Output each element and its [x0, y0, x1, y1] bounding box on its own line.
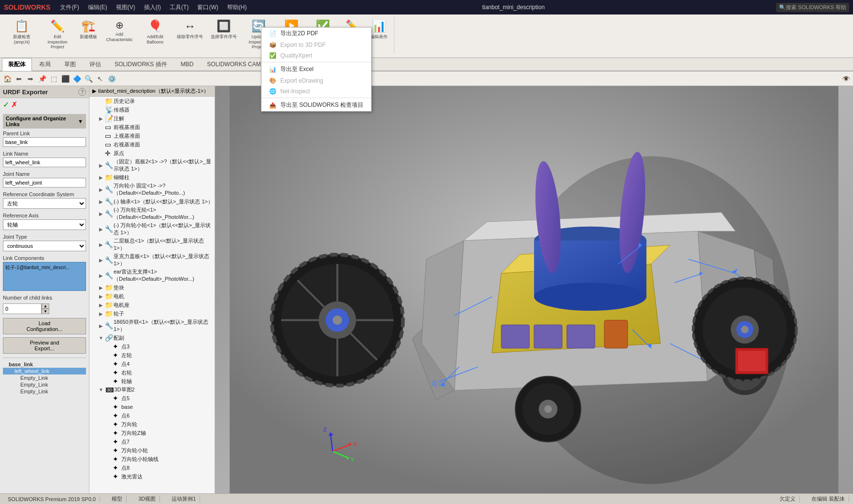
export-drawing-item[interactable]: 🎨 Export eDrawing	[261, 75, 371, 86]
quality-xpert-item[interactable]: ✅ QualityXpert	[261, 50, 371, 61]
menu-bar[interactable]: 文件(F) 编辑(E) 视图(V) 插入(I) 工具(T) 窗口(W) 帮助(H…	[56, 1, 250, 14]
net-inspect-item[interactable]: 🌐 Net-Inspect	[261, 86, 371, 97]
view1-icon-btn[interactable]: ⬚	[48, 73, 59, 84]
load-configuration-button[interactable]: LoadConfiguration...	[3, 318, 86, 334]
new-inspection-button[interactable]: 📋 新建检查(amp;N)	[5, 17, 39, 46]
pin-icon-btn[interactable]: 📌	[37, 73, 47, 84]
tree-left-wheel-link[interactable]: left_wheel_link	[3, 368, 86, 374]
tree-node-small-wheel[interactable]: ✦ 万向轮小轮	[89, 446, 215, 455]
tree-node-omni-wheelless[interactable]: ▶ 🔧 (-) 万向轮无轮<1>（Default<<Default>_Photo…	[89, 206, 215, 221]
ref-coord-select[interactable]: 左轮	[3, 198, 86, 209]
select-part-num-button[interactable]: 🔲 选择零件序号	[208, 17, 240, 42]
tree-node-right-wheel[interactable]: ✦ 右轮	[89, 368, 215, 377]
move-part-num-button[interactable]: ↔️ 移除零件序号	[174, 17, 206, 42]
tab-solidworks-plugin[interactable]: SOLIDWORKS 插件	[108, 58, 173, 71]
nav2-icon-btn[interactable]: ➡	[25, 73, 36, 84]
tree-node-lidar[interactable]: ✦ 激光雷达	[89, 472, 215, 481]
tab-sketch[interactable]: 草图	[58, 58, 82, 71]
tree-node-point8[interactable]: ✦ 点8	[89, 463, 215, 472]
search-box[interactable]: 🔍 搜索 SOLIDWORKS 帮助	[776, 3, 849, 12]
menu-view[interactable]: 视图(V)	[112, 1, 139, 14]
tree-node-annotations[interactable]: ▶ 📝 注解	[89, 114, 215, 123]
tree-node-base[interactable]: ✦ base	[89, 403, 215, 411]
nav1-icon-btn[interactable]: ⬅	[14, 73, 24, 84]
tree-node-sensors[interactable]: 📡 传感器	[89, 105, 215, 114]
configure-links-section[interactable]: Configure and Organize Links ▼	[3, 114, 86, 129]
status-tab-model[interactable]: 模型	[108, 495, 127, 503]
tree-node-radar[interactable]: ▶ 🔧 ear雷达无支撑<1>（Default<<Default>_PhotoW…	[89, 268, 215, 283]
tree-node-front-plane[interactable]: ▭ 前视基准面	[89, 123, 215, 131]
view-icons-btn[interactable]: 👁️	[840, 73, 851, 84]
link-name-input[interactable]	[3, 158, 86, 167]
tab-solidworks-cam[interactable]: SOLIDWORKS CAM	[201, 58, 267, 70]
tab-evaluate[interactable]: 评估	[83, 58, 107, 71]
tree-empty-link-2[interactable]: Empty_Link	[3, 381, 86, 388]
tree-node-wheel[interactable]: ▶ 📁 轮子	[89, 309, 215, 318]
child-links-spinner[interactable]: ▲ ▼	[42, 303, 49, 314]
tree-node-right-plane[interactable]: ▭ 右视基准面	[89, 140, 215, 149]
tree-node-omni-wheel[interactable]: ✦ 万向轮	[89, 420, 215, 429]
tree-empty-link-1[interactable]: Empty_Link	[3, 374, 86, 381]
new-plate-button[interactable]: 🏗️ 新建槽板	[76, 17, 101, 42]
tree-node-omni-fixed[interactable]: ▶ 🔧 万向轮小 固定<1> ->?（Default<<Default>_Pho…	[89, 182, 215, 197]
tree-node-spacer[interactable]: ▶ 📁 垫块	[89, 283, 215, 292]
tree-base-link[interactable]: base_link	[3, 361, 86, 368]
tab-layout[interactable]: 布局	[33, 58, 57, 71]
tree-node-second-plate[interactable]: ▶ 🔧 二层板总<1>（默认<<默认>_显示状态 1>）	[89, 237, 215, 252]
tree-node-base-plate[interactable]: ▶ 🔧 （固定）底板2<1> ->?（默认<<默认>_显示状态 1>）	[89, 158, 215, 173]
export-3d-item[interactable]: 📦 Export to 3D PDF	[261, 40, 371, 50]
tree-node-point5[interactable]: ✦ 点5	[89, 394, 215, 403]
tree-node-point3[interactable]: ✦ 点3	[89, 342, 215, 351]
tree-node-mating[interactable]: ▼ 🔗 配副	[89, 333, 215, 342]
menu-edit[interactable]: 编辑(E)	[84, 1, 111, 14]
child-links-input[interactable]	[3, 303, 42, 314]
tree-empty-link-3[interactable]: Empty_Link	[3, 388, 86, 395]
tree-node-motor[interactable]: ▶ 📁 电机	[89, 292, 215, 301]
joint-type-select[interactable]: continuous	[3, 241, 86, 251]
view3-icon-btn[interactable]: 🔷	[72, 73, 82, 84]
tree-node-history[interactable]: 📁 历史记录	[89, 97, 215, 105]
view2-icon-btn[interactable]: ⬛	[60, 73, 71, 84]
spinner-up[interactable]: ▲	[42, 303, 49, 309]
menu-window[interactable]: 窗口(W)	[193, 1, 222, 14]
tree-node-left-wheel[interactable]: ✦ 左轮	[89, 351, 215, 360]
tree-node-origin[interactable]: ✛ 原点	[89, 149, 215, 158]
ref-axis-select[interactable]: 轮轴	[3, 219, 86, 230]
joint-name-input[interactable]	[3, 178, 86, 187]
tree-node-point4[interactable]: ✦ 点4	[89, 360, 215, 368]
cancel-icon[interactable]: ✗	[11, 100, 17, 109]
preview-export-button[interactable]: Preview andExport...	[3, 337, 86, 354]
tree-node-3d-sketch[interactable]: ▼ 3D 3D草图2	[89, 386, 215, 394]
export-excel-item[interactable]: 📊 导出至 Excel	[261, 63, 371, 75]
parent-link-input[interactable]	[3, 137, 86, 147]
tree-node-omni-small[interactable]: ▶ 🔧 (-) 万向轮小轮<1>（默认<<默认>_显示状态 1>）	[89, 221, 215, 237]
tree-node-point6[interactable]: ✦ 点6	[89, 411, 215, 420]
menu-tools[interactable]: 工具(T)	[166, 1, 192, 14]
add-edit-balloons-button[interactable]: 🎈 Add/Edit Balloons	[138, 17, 172, 46]
tree-node-acrylic[interactable]: ▶ 🔧 亚克力盖板<1>（默认<<默认>_显示状态 1>）	[89, 252, 215, 268]
export-2d-item[interactable]: 📄 导出至2D PDF	[261, 28, 371, 40]
status-tab-3d-view[interactable]: 3D视图	[134, 495, 160, 503]
status-tab-motion[interactable]: 运动算例1	[168, 495, 200, 503]
menu-insert[interactable]: 插入(I)	[140, 1, 165, 14]
help-icon-btn[interactable]: ?	[78, 88, 86, 96]
tree-node-small-wheel-axis[interactable]: ✦ 万向轮小轮轴线	[89, 455, 215, 463]
tab-mbd[interactable]: MBD	[174, 58, 200, 70]
tree-node-point7[interactable]: ✦ 点7	[89, 437, 215, 446]
zoom-icon-btn[interactable]: 🔍	[83, 73, 94, 84]
menu-file[interactable]: 文件(F)	[56, 1, 83, 14]
confirm-icon[interactable]: ✓	[3, 100, 9, 109]
export-solidworks-item[interactable]: 📤 导出至 SOLIDWORKS 检查项目	[261, 99, 371, 111]
tab-assembly[interactable]: 装配体	[2, 58, 32, 71]
link-components-box[interactable]: 轮子-1@tianbot_mini_descri...	[3, 262, 86, 291]
edit-inspection-button[interactable]: ✏️ Edit Inspection Project	[41, 17, 74, 52]
tree-node-18650[interactable]: ▶ 🔧 18650并联<1>（默认<<默认>_显示状态 1>）	[89, 318, 215, 333]
home-icon-btn[interactable]: 🏠	[2, 73, 13, 84]
tree-node-top-plane[interactable]: ▭ 上视基准面	[89, 131, 215, 140]
3d-viewport[interactable]: 点6 点5 点7	[215, 86, 853, 493]
tree-node-omni-z[interactable]: ✦ 万向轮Z轴	[89, 429, 215, 437]
tree-node-axle[interactable]: ✦ 轮轴	[89, 377, 215, 386]
menu-help[interactable]: 帮助(H)	[223, 1, 251, 14]
add-characteristic-button[interactable]: ⊕ Add Characteristic	[102, 17, 136, 44]
tree-node-copper-stud[interactable]: ▶ 📁 铜螺柱	[89, 173, 215, 182]
